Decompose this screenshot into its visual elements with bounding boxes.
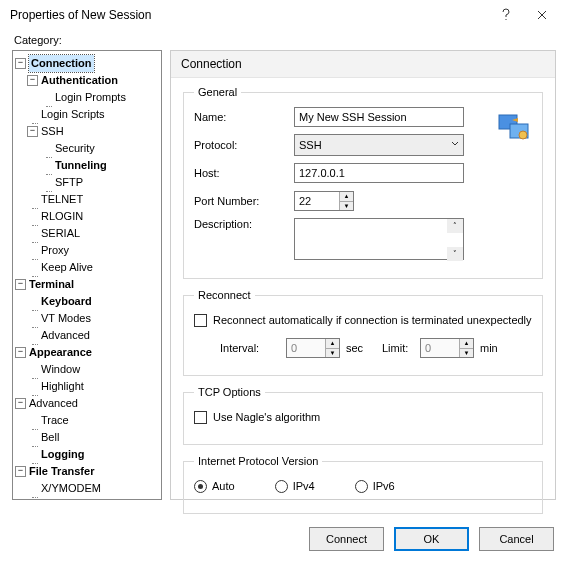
tree-login-scripts[interactable]: Login Scripts	[41, 106, 105, 123]
tree-proxy[interactable]: Proxy	[41, 242, 69, 259]
reconnect-checkbox[interactable]	[194, 314, 207, 327]
tree-keyboard[interactable]: Keyboard	[41, 293, 92, 310]
tree-telnet[interactable]: TELNET	[41, 191, 83, 208]
tree-rlogin[interactable]: RLOGIN	[41, 208, 83, 225]
description-input[interactable]	[294, 218, 464, 260]
tree-security[interactable]: Security	[55, 140, 95, 157]
tree-trace[interactable]: Trace	[41, 412, 69, 429]
ipv-auto-radio[interactable]	[194, 480, 207, 493]
name-label: Name:	[194, 111, 294, 123]
ipv6-label: IPv6	[373, 480, 395, 492]
ipv4-radio[interactable]	[275, 480, 288, 493]
limit-spinner[interactable]: ▲▼	[459, 339, 473, 357]
toggle-icon[interactable]	[27, 126, 38, 137]
ipv4-label: IPv4	[293, 480, 315, 492]
toggle-icon[interactable]	[15, 398, 26, 409]
tree-filetransfer[interactable]: File Transfer	[29, 463, 94, 480]
svg-point-2	[519, 131, 527, 139]
tcp-legend: TCP Options	[194, 386, 265, 398]
chevron-down-icon	[451, 140, 459, 148]
panel-heading: Connection	[171, 51, 555, 78]
ipv6-radio[interactable]	[355, 480, 368, 493]
tcp-group: TCP Options Use Nagle's algorithm	[183, 386, 543, 445]
limit-label: Limit:	[382, 342, 414, 354]
protocol-combo[interactable]: SSH	[294, 134, 464, 156]
port-label: Port Number:	[194, 195, 294, 207]
close-button[interactable]	[524, 1, 560, 29]
ipv-legend: Internet Protocol Version	[194, 455, 322, 467]
general-group: General Name: Protocol: SSH Host:	[183, 86, 543, 279]
tree-advanced[interactable]: Advanced	[29, 395, 78, 412]
ipv-auto-label: Auto	[212, 480, 235, 492]
description-label: Description:	[194, 218, 294, 230]
tree-tunneling[interactable]: Tunneling	[55, 157, 107, 174]
tree-sftp[interactable]: SFTP	[55, 174, 83, 191]
limit-unit: min	[480, 342, 498, 354]
interval-label: Interval:	[220, 342, 280, 354]
category-label: Category:	[0, 30, 568, 50]
tree-terminal[interactable]: Terminal	[29, 276, 74, 293]
reconnect-group: Reconnect Reconnect automatically if con…	[183, 289, 543, 376]
protocol-label: Protocol:	[194, 139, 294, 151]
interval-spinner[interactable]: ▲▼	[325, 339, 339, 357]
tree-login-prompts[interactable]: Login Prompts	[55, 89, 126, 106]
interval-unit: sec	[346, 342, 376, 354]
textarea-scrollbar[interactable]: ˄˅	[447, 219, 463, 261]
tree-keepalive[interactable]: Keep Alive	[41, 259, 93, 276]
window-title: Properties of New Session	[10, 8, 488, 22]
tree-logging[interactable]: Logging	[41, 446, 84, 463]
session-icon	[498, 112, 530, 144]
titlebar: Properties of New Session	[0, 0, 568, 30]
footer-buttons: Connect OK Cancel	[309, 527, 554, 551]
tree-authentication[interactable]: Authentication	[41, 72, 118, 89]
tree-zmodem[interactable]: ZMODEM	[41, 497, 90, 500]
toggle-icon[interactable]	[15, 466, 26, 477]
tree-advanced-term[interactable]: Advanced	[41, 327, 90, 344]
toggle-icon[interactable]	[15, 279, 26, 290]
host-input[interactable]	[294, 163, 464, 183]
tree-connection[interactable]: Connection	[29, 55, 94, 72]
ok-button[interactable]: OK	[394, 527, 469, 551]
tree-appearance[interactable]: Appearance	[29, 344, 92, 361]
help-button[interactable]	[488, 1, 524, 29]
tree-serial[interactable]: SERIAL	[41, 225, 80, 242]
toggle-icon[interactable]	[15, 58, 26, 69]
reconnect-check-label: Reconnect automatically if connection is…	[213, 314, 532, 326]
tree-vtmodes[interactable]: VT Modes	[41, 310, 91, 327]
tree-xymodem[interactable]: X/YMODEM	[41, 480, 101, 497]
toggle-icon[interactable]	[27, 75, 38, 86]
cancel-button[interactable]: Cancel	[479, 527, 554, 551]
reconnect-legend: Reconnect	[194, 289, 255, 301]
tree-ssh[interactable]: SSH	[41, 123, 64, 140]
ipv-group: Internet Protocol Version Auto IPv4 IPv6	[183, 455, 543, 514]
tree-window[interactable]: Window	[41, 361, 80, 378]
port-spinner[interactable]: ▲▼	[339, 192, 353, 210]
nagle-label: Use Nagle's algorithm	[213, 411, 320, 423]
host-label: Host:	[194, 167, 294, 179]
category-tree[interactable]: Connection Authentication Login Prompts …	[12, 50, 162, 500]
toggle-icon[interactable]	[15, 347, 26, 358]
content-panel: Connection General Name: Protocol: SSH	[170, 50, 556, 500]
connect-button[interactable]: Connect	[309, 527, 384, 551]
tree-highlight[interactable]: Highlight	[41, 378, 84, 395]
nagle-checkbox[interactable]	[194, 411, 207, 424]
tree-bell[interactable]: Bell	[41, 429, 59, 446]
general-legend: General	[194, 86, 241, 98]
protocol-value: SSH	[299, 139, 322, 151]
name-input[interactable]	[294, 107, 464, 127]
